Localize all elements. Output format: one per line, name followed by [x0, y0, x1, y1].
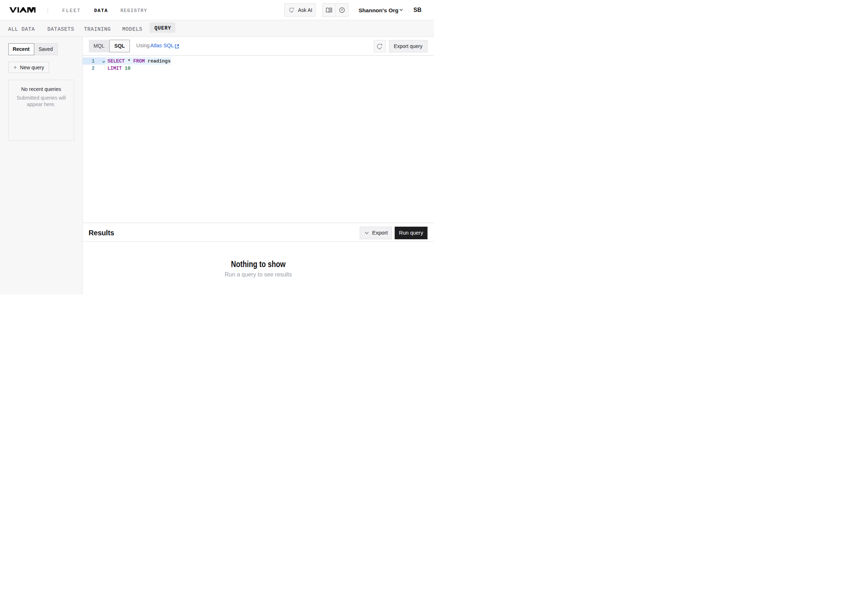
svg-text:?: ? — [341, 8, 343, 12]
